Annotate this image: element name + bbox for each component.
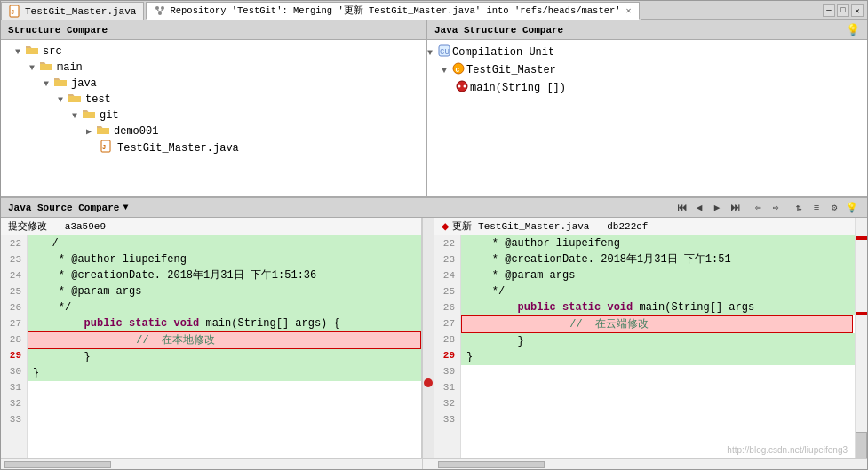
- minimize-button[interactable]: ─: [823, 4, 835, 17]
- code-line: * @creationDate. 2018年1月31日 下午1:51: [461, 251, 855, 267]
- java-dir-icon: [54, 76, 67, 91]
- line-num: 28: [438, 331, 455, 347]
- source-header-left: Java Source Compare ▼: [8, 203, 128, 213]
- java-dir-arrow[interactable]: ▼: [44, 79, 52, 89]
- line-num: 30: [438, 363, 455, 379]
- scroll-thumb[interactable]: [856, 432, 867, 458]
- right-scrollbar[interactable]: [855, 218, 867, 458]
- merge-icon: [154, 4, 166, 17]
- demo001-folder-icon: [97, 124, 109, 139]
- left-h-scroll-thumb[interactable]: [4, 461, 111, 468]
- top-pane: Structure Compare ▼ src ▼: [1, 20, 867, 198]
- tree-item-test[interactable]: ▼ test: [1, 92, 426, 108]
- git-folder-icon: [83, 108, 95, 123]
- line-num: 33: [4, 411, 21, 427]
- line-num: 27: [4, 315, 21, 331]
- right-h-scroll-thumb[interactable]: [438, 461, 545, 468]
- class-label: TestGit_Master: [466, 64, 556, 76]
- maximize-button[interactable]: □: [837, 4, 849, 17]
- code-line: public static void main(String[] args: [461, 299, 855, 315]
- last-diff-button[interactable]: ⏭: [727, 200, 743, 216]
- svg-point-3: [161, 6, 164, 10]
- copy-right-button[interactable]: ⇨: [768, 200, 784, 216]
- watermark: http://blog.csdn.net/liupeifeng3: [727, 445, 848, 455]
- tree-item-git[interactable]: ▼ git: [1, 108, 426, 123]
- line-num: 31: [4, 379, 21, 395]
- close-icon[interactable]: ✕: [626, 5, 632, 16]
- code-compare-area: 提交修改 - a3a59e9 22 23 24 25 26 27 28 29 3…: [1, 218, 867, 458]
- tree-item-src[interactable]: ▼ src: [1, 44, 426, 60]
- code-line: * @param args: [461, 267, 855, 283]
- structure-compare-tree[interactable]: ▼ src ▼ main: [1, 40, 426, 196]
- first-diff-button[interactable]: ⏮: [673, 200, 689, 216]
- conflict-header-icon: ◆: [442, 219, 449, 234]
- structure-compare-title: Structure Compare: [8, 25, 108, 36]
- left-code-area[interactable]: 22 23 24 25 26 27 28 29 30 31 32 33: [1, 235, 421, 458]
- ignore-whitespace-button[interactable]: ≡: [808, 200, 824, 216]
- class-arrow[interactable]: ▼: [442, 66, 450, 76]
- right-h-scroll[interactable]: [434, 459, 856, 469]
- right-code-area[interactable]: 22 23 24 25 26 27 28 29 30 31 32 33: [434, 235, 855, 458]
- tree-item-testgit-file[interactable]: J TestGit_Master.java: [1, 139, 426, 157]
- hint-icon[interactable]: 💡: [844, 200, 860, 216]
- tab-java-file[interactable]: J TestGit_Master.java: [1, 2, 144, 20]
- tree-label-java-dir: java: [71, 77, 97, 90]
- sync-icon[interactable]: 💡: [846, 23, 860, 37]
- src-arrow[interactable]: ▼: [15, 47, 24, 57]
- java-structure-panel: Java Structure Compare 💡 ▼ CU Compilatio…: [427, 20, 867, 196]
- tree-item-method[interactable]: main(String []): [427, 79, 867, 97]
- scroll-marker-2: [856, 312, 867, 315]
- svg-point-15: [464, 85, 466, 88]
- conflict-marker: [424, 378, 433, 387]
- line-num: 29: [438, 347, 455, 363]
- tree-item-main[interactable]: ▼ main: [1, 60, 426, 76]
- line-num: 28: [4, 331, 21, 347]
- code-line: /: [28, 235, 421, 251]
- cu-arrow[interactable]: ▼: [427, 48, 436, 58]
- code-line: }: [28, 349, 421, 365]
- tree-item-cu[interactable]: ▼ CU Compilation Unit: [427, 44, 867, 61]
- svg-text:CU: CU: [440, 48, 450, 57]
- line-num: 22: [4, 235, 21, 251]
- sync-scroll-button[interactable]: ⇅: [791, 200, 807, 216]
- tree-label-src: src: [43, 45, 62, 58]
- structure-compare-header: Structure Compare: [1, 20, 426, 40]
- demo001-arrow[interactable]: ▶: [86, 126, 95, 137]
- left-h-scroll[interactable]: [1, 459, 422, 469]
- separator: [422, 459, 434, 469]
- compare-separator: [422, 218, 434, 458]
- java-structure-header: Java Structure Compare 💡: [427, 20, 867, 40]
- scroll-corner: [855, 459, 867, 469]
- next-diff-button[interactable]: ▶: [709, 200, 725, 216]
- line-num: 33: [438, 411, 455, 427]
- line-num: 25: [438, 283, 455, 299]
- line-num: 22: [438, 235, 455, 251]
- java-structure-tree[interactable]: ▼ CU Compilation Unit ▼ C TestGit_Master: [427, 40, 867, 196]
- code-line: public static void main(String[] args) {: [28, 315, 421, 331]
- line-num: 24: [438, 267, 455, 283]
- source-compare-header: Java Source Compare ▼ ⏮ ◀ ▶ ⏭ ⇦ ⇨ ⇅ ≡ ⚙ …: [1, 198, 867, 218]
- dropdown-arrow-icon[interactable]: ▼: [123, 203, 128, 212]
- git-arrow[interactable]: ▼: [72, 111, 81, 121]
- line-num: 32: [4, 395, 21, 411]
- scroll-marker-1: [856, 236, 867, 240]
- line-num: 23: [438, 251, 455, 267]
- settings-button[interactable]: ⚙: [826, 200, 842, 216]
- test-arrow[interactable]: ▼: [58, 95, 67, 105]
- tree-item-java-dir[interactable]: ▼ java: [1, 76, 426, 92]
- line-num: 32: [438, 395, 455, 411]
- tree-item-demo001[interactable]: ▶ demo001: [1, 123, 426, 139]
- line-num: 30: [4, 363, 21, 379]
- close-window-button[interactable]: ✕: [851, 4, 864, 17]
- svg-point-4: [158, 12, 162, 15]
- prev-diff-button[interactable]: ◀: [691, 200, 707, 216]
- code-line: }: [461, 333, 855, 349]
- tree-item-class[interactable]: ▼ C TestGit_Master: [427, 61, 867, 79]
- copy-left-button[interactable]: ⇦: [750, 200, 766, 216]
- line-num: 31: [438, 379, 455, 395]
- main-folder-icon: [40, 60, 52, 75]
- main-arrow[interactable]: ▼: [29, 63, 38, 73]
- code-line-conflict-right: // 在云端修改: [461, 315, 853, 333]
- tree-label-git: git: [100, 109, 119, 122]
- tab-merge[interactable]: Repository 'TestGit': Merging '更新 TestGi…: [146, 2, 639, 20]
